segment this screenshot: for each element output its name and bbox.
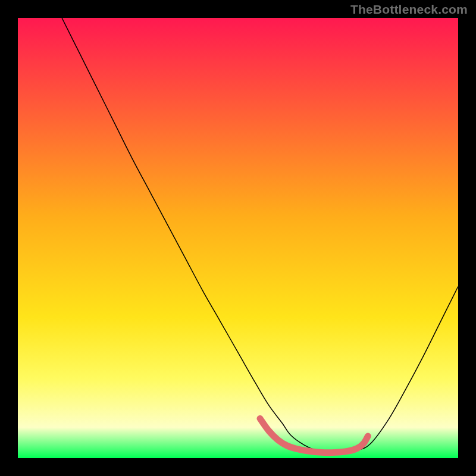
plot-area bbox=[18, 18, 458, 458]
watermark-label: TheBottleneck.com bbox=[350, 2, 468, 17]
chart-container: TheBottleneck.com bbox=[0, 0, 476, 476]
background-gradient bbox=[18, 18, 458, 458]
chart-svg bbox=[18, 18, 458, 458]
